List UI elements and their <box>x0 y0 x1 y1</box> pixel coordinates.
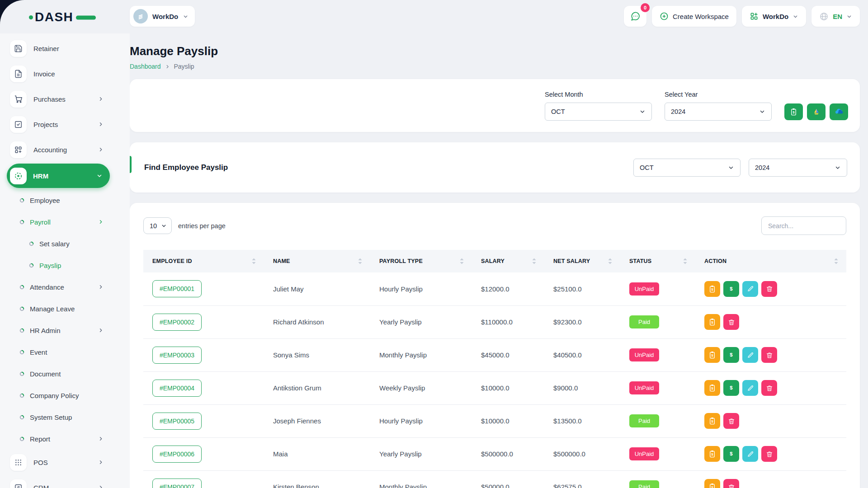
table-row: #EMP00003Sonya SimsMonthly Payslip$45000… <box>143 338 846 371</box>
pay-button[interactable]: $ <box>723 380 739 396</box>
check-square-icon <box>10 116 27 133</box>
dollar-icon: $ <box>727 450 735 458</box>
find-year-select[interactable]: 2024 <box>749 159 847 177</box>
sidebar-item-crm[interactable]: CRM <box>0 475 130 488</box>
month-select[interactable]: OCT <box>545 103 652 121</box>
sort-icon <box>683 258 687 264</box>
chevron-right-icon <box>98 284 104 290</box>
payroll-type: Yearly Payslip <box>370 437 472 470</box>
payslip-button[interactable]: $ <box>704 413 720 429</box>
dots-grid-icon <box>10 454 27 471</box>
employee-name: Joseph Fiennes <box>264 404 370 437</box>
select-year-label: Select Year <box>665 91 772 98</box>
sidebar-item-accounting[interactable]: Accounting <box>0 137 130 162</box>
delete-button[interactable] <box>761 446 777 462</box>
delete-button[interactable] <box>761 380 777 396</box>
payslip-button[interactable]: $ <box>704 479 720 488</box>
payslip-table-card: 10 entries per page EMPLOYEE IDNAMEPAYRO… <box>130 203 860 488</box>
sidebar: RetainerInvoicePurchasesProjectsAccounti… <box>0 33 130 488</box>
pay-button[interactable]: $ <box>723 281 739 297</box>
employee-id-chip[interactable]: #EMP00004 <box>152 380 202 397</box>
search-input[interactable] <box>761 216 846 235</box>
entries-per-page-label: entries per page <box>178 222 226 230</box>
delete-button[interactable] <box>723 314 739 330</box>
column-header-salary[interactable]: SALARY <box>472 250 544 272</box>
column-header-name[interactable]: NAME <box>264 250 370 272</box>
sidebar-item-manage-leave[interactable]: Manage Leave <box>0 298 130 319</box>
entries-select-value: 10 <box>150 222 157 230</box>
delete-button[interactable] <box>761 347 777 363</box>
column-header-payroll-type[interactable]: PAYROLL TYPE <box>370 250 472 272</box>
pay-button[interactable]: $ <box>723 446 739 462</box>
topbar-actions: 0 Create Workspace WorkDo <box>624 6 860 27</box>
workdo-menu[interactable]: WorkDo <box>742 6 806 27</box>
salary: $500000.0 <box>472 437 544 470</box>
year-select[interactable]: 2024 <box>665 103 772 121</box>
find-month-select[interactable]: OCT <box>633 159 741 177</box>
entries-per-page-select[interactable]: 10 <box>143 217 172 234</box>
onedrive-export-button[interactable] <box>830 103 848 120</box>
employee-id-chip[interactable]: #EMP00006 <box>152 446 202 463</box>
workspace-switcher[interactable]: WorkDo <box>130 6 195 27</box>
sidebar-item-purchases[interactable]: Purchases <box>0 86 130 112</box>
sidebar-item-system-setup[interactable]: System Setup <box>0 406 130 428</box>
payslip-button[interactable]: $ <box>704 446 720 462</box>
trash-icon <box>766 450 773 458</box>
language-selector[interactable]: EN <box>811 6 860 27</box>
delete-button[interactable] <box>723 413 739 429</box>
messages-button[interactable]: 0 <box>624 6 646 27</box>
globe-icon <box>819 12 829 21</box>
column-header-net-salary[interactable]: NET SALARY <box>544 250 620 272</box>
salary: $110000.0 <box>472 305 544 338</box>
edit-button[interactable] <box>742 347 758 363</box>
payslip-button[interactable]: $ <box>704 380 720 396</box>
payslip-button[interactable]: $ <box>704 347 720 363</box>
sidebar-item-payroll[interactable]: Payroll <box>0 211 130 233</box>
column-header-employee-id[interactable]: EMPLOYEE ID <box>143 250 264 272</box>
employee-id-chip[interactable]: #EMP00002 <box>152 314 202 331</box>
sidebar-item-hrm[interactable]: HRM <box>7 164 110 188</box>
sidebar-item-employee[interactable]: Employee <box>0 189 130 211</box>
sidebar-item-label: Event <box>30 348 47 356</box>
sidebar-item-event[interactable]: Event <box>0 341 130 363</box>
sidebar-item-company-policy[interactable]: Company Policy <box>0 385 130 406</box>
pencil-icon <box>747 450 754 458</box>
payroll-type: Monthly Payslip <box>370 338 472 371</box>
create-workspace-button[interactable]: Create Workspace <box>652 6 736 27</box>
employee-id-chip[interactable]: #EMP00003 <box>152 347 202 364</box>
sidebar-item-pos[interactable]: POS <box>0 450 130 475</box>
edit-button[interactable] <box>742 380 758 396</box>
sidebar-item-document[interactable]: Document <box>0 363 130 385</box>
sidebar-item-label: Retainer <box>33 45 59 52</box>
sidebar-item-projects[interactable]: Projects <box>0 112 130 137</box>
sidebar-item-hr-admin[interactable]: HR Admin <box>0 319 130 341</box>
bulk-payslip-button[interactable]: $ <box>784 103 803 120</box>
payslip-button[interactable]: $ <box>704 314 720 330</box>
sidebar-item-label: Payroll <box>30 218 51 226</box>
chevron-down-icon <box>835 164 841 171</box>
payslip-button[interactable]: $ <box>704 281 720 297</box>
grid-plus-icon <box>10 141 27 158</box>
sidebar-item-invoice[interactable]: Invoice <box>0 61 130 86</box>
edit-button[interactable] <box>742 446 758 462</box>
pay-button[interactable]: $ <box>723 347 739 363</box>
sidebar-item-set-salary[interactable]: Set salary <box>0 233 130 254</box>
sidebar-item-report[interactable]: Report <box>0 428 130 450</box>
chevron-right-icon <box>98 436 104 441</box>
employee-id-chip[interactable]: #EMP00007 <box>152 479 202 488</box>
sidebar-item-retainer[interactable]: Retainer <box>0 36 130 61</box>
edit-button[interactable] <box>742 281 758 297</box>
delete-button[interactable] <box>723 479 739 488</box>
sidebar-item-label: Document <box>30 370 61 378</box>
sidebar-item-payslip[interactable]: Payslip <box>0 254 130 276</box>
employee-id-chip[interactable]: #EMP00001 <box>152 280 202 297</box>
status-badge: UnPaid <box>629 447 659 460</box>
google-drive-export-button[interactable] <box>807 103 826 120</box>
sidebar-item-attendance[interactable]: Attendance <box>0 276 130 298</box>
delete-button[interactable] <box>761 281 777 297</box>
column-header-action[interactable]: ACTION <box>695 250 846 272</box>
column-header-status[interactable]: STATUS <box>620 250 695 272</box>
payslip-filter-card: Select Month OCT Select Year 2024 <box>130 79 860 132</box>
breadcrumb-dashboard-link[interactable]: Dashboard <box>130 63 161 70</box>
employee-id-chip[interactable]: #EMP00005 <box>152 413 202 430</box>
